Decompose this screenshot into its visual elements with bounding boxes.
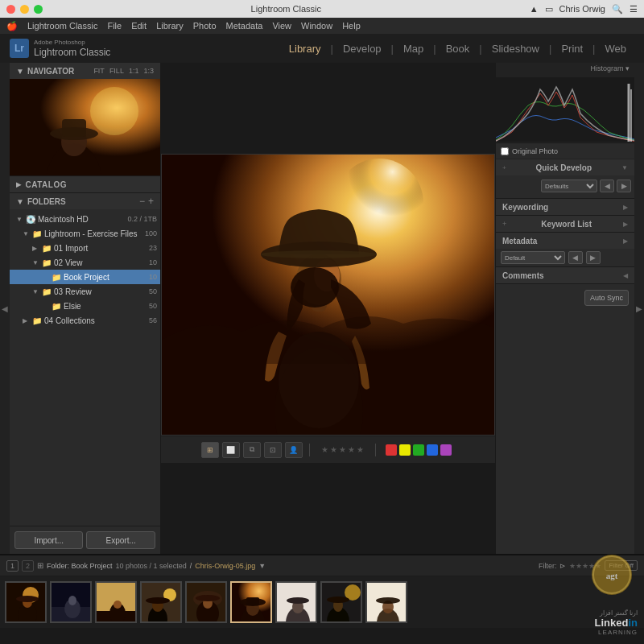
original-photo-row: Original Photo (496, 143, 634, 159)
folder-import[interactable]: ▶ 📁 01 Import 23 (10, 241, 160, 255)
center-toolbar: ⊞ ⬜ ⧉ ⊡ 👤 ★ ★ ★ ★ ★ (161, 436, 495, 463)
qd-right-btn[interactable]: ▶ (617, 180, 631, 192)
metadata-header[interactable]: Metadata ▶ (496, 233, 634, 249)
folders-plus[interactable]: + (148, 196, 154, 207)
filmstrip-thumb-4[interactable] (140, 581, 182, 623)
star-4[interactable]: ★ (348, 445, 355, 454)
quick-develop-collapse[interactable]: ▼ (621, 164, 628, 171)
label-red[interactable] (386, 444, 397, 456)
minimize-button[interactable] (20, 5, 29, 14)
filmstrip-thumb-7[interactable] (275, 581, 317, 623)
keywording-header[interactable]: Keywording ▶ (496, 199, 634, 215)
photo-name-arrow[interactable]: ▼ (258, 562, 266, 570)
menu-icon[interactable]: ☰ (630, 4, 638, 14)
zoom-1-3[interactable]: 1:3 (143, 67, 154, 75)
folder-name: Elsie (64, 302, 149, 311)
folders-header[interactable]: ▼ Folders − + (10, 193, 160, 209)
menu-photo[interactable]: Photo (193, 21, 217, 31)
grid-view-icon[interactable]: ⊞ (37, 561, 43, 570)
star-1[interactable]: ★ (321, 445, 328, 454)
histogram-title[interactable]: Histogram ▾ (590, 64, 630, 72)
metadata-preset-select[interactable]: Default (501, 251, 565, 264)
menu-edit[interactable]: Edit (131, 21, 147, 31)
folder-collections[interactable]: ▶ 📁 04 Collections 56 (10, 313, 160, 328)
folder-name: Book Project (64, 273, 149, 282)
folder-expand-arrow: ▶ (32, 245, 42, 252)
view-compare-btn[interactable]: ⧉ (243, 442, 261, 458)
label-green[interactable] (413, 444, 424, 456)
quick-develop-content: Defaults ◀ ▶ (496, 175, 634, 198)
left-panel-collapse[interactable]: ◀ (0, 63, 10, 554)
label-purple[interactable] (440, 444, 452, 456)
filter-icon[interactable]: ⊳ (559, 562, 566, 570)
star-5[interactable]: ★ (357, 445, 364, 454)
filmstrip-thumb-8[interactable] (320, 581, 362, 623)
filmstrip-thumb-9[interactable] (365, 581, 407, 623)
toolbar-divider (375, 444, 376, 456)
folders-minus[interactable]: − (139, 196, 145, 207)
maximize-button[interactable] (34, 5, 43, 14)
metadata-next-btn[interactable]: ▶ (586, 251, 601, 264)
filmstrip-thumb-6[interactable] (230, 581, 272, 623)
label-blue[interactable] (427, 444, 438, 456)
menu-apple[interactable]: 🍎 (6, 21, 18, 31)
close-button[interactable] (6, 5, 15, 14)
view-people-btn[interactable]: 👤 (285, 442, 303, 458)
star-3[interactable]: ★ (339, 445, 346, 454)
filmstrip-thumb-3[interactable] (95, 581, 137, 623)
star-rating: ★ ★ ★ ★ ★ (321, 445, 364, 454)
filmstrip-thumb-5[interactable] (185, 581, 227, 623)
view-loupe-btn[interactable]: ⬜ (222, 442, 240, 458)
view-grid-btn[interactable]: ⊞ (201, 442, 219, 458)
menu-app[interactable]: Lightroom Classic (27, 21, 97, 31)
tab-book[interactable]: Book (438, 34, 478, 63)
catalog-header[interactable]: ▶ Catalog (10, 176, 160, 192)
tab-develop[interactable]: Develop (335, 34, 390, 63)
folder-macintosh-hd[interactable]: ▼ 💽 Macintosh HD 0.2 / 1TB (10, 212, 160, 226)
quick-develop-header[interactable]: + Quick Develop ▼ (496, 159, 634, 175)
comments-header[interactable]: Comments ◀ (496, 267, 634, 283)
export-button[interactable]: Export... (86, 531, 155, 549)
zoom-1-1[interactable]: 1:1 (129, 67, 139, 75)
menu-window[interactable]: Window (301, 21, 332, 31)
qd-preset-select[interactable]: Defaults (541, 180, 597, 192)
folder-review[interactable]: ▼ 📁 03 Review 50 (10, 284, 160, 299)
view-num-1[interactable]: 1 (6, 560, 19, 572)
filmstrip-thumb-2[interactable] (50, 581, 92, 623)
window-title: Lightroom Classic (251, 4, 321, 14)
label-yellow[interactable] (399, 444, 411, 456)
view-survey-btn[interactable]: ⊡ (264, 442, 282, 458)
tab-print[interactable]: Print (553, 34, 591, 63)
tab-web[interactable]: Web (597, 34, 635, 63)
folder-view[interactable]: ▼ 📁 02 View 10 (10, 255, 160, 270)
folders-title-area: ▼ Folders (16, 197, 66, 206)
right-panel-collapse[interactable]: ▶ (634, 63, 644, 554)
metadata-prev-btn[interactable]: ◀ (568, 251, 583, 264)
tab-map[interactable]: Map (395, 34, 431, 63)
watermark-svg: agt (590, 553, 634, 597)
zoom-fill[interactable]: FILL (109, 67, 124, 75)
navigator-header[interactable]: ▼ Navigator FIT FILL 1:1 1:3 (10, 63, 160, 79)
menu-library[interactable]: Library (156, 21, 184, 31)
star-2[interactable]: ★ (330, 445, 337, 454)
catalog-title: Catalog (26, 180, 67, 189)
auto-sync-button[interactable]: Auto Sync (584, 290, 629, 306)
menu-metadata[interactable]: Metadata (226, 21, 263, 31)
search-icon[interactable]: 🔍 (612, 4, 623, 14)
keyword-list-header[interactable]: + Keyword List ▶ (496, 216, 634, 232)
folder-elsie[interactable]: 📁 Elsie 50 (10, 299, 160, 313)
tab-library[interactable]: Library (281, 34, 329, 63)
folder-lr-exercise[interactable]: ▼ 📁 Lightroom - Exercise Files 100 (10, 226, 160, 241)
original-photo-checkbox[interactable] (501, 147, 509, 155)
menu-file[interactable]: File (107, 21, 122, 31)
zoom-fit[interactable]: FIT (93, 67, 105, 75)
filmstrip-thumb-1[interactable] (5, 581, 47, 623)
import-button[interactable]: Import... (14, 531, 83, 549)
menu-view[interactable]: View (272, 21, 291, 31)
lr-logo-text: Adobe Photoshop Lightroom Classic (34, 39, 110, 58)
tab-slideshow[interactable]: Slideshow (484, 34, 547, 63)
qd-left-btn[interactable]: ◀ (600, 180, 614, 192)
menu-help[interactable]: Help (342, 21, 361, 31)
view-num-2[interactable]: 2 (22, 560, 34, 572)
folder-book-project[interactable]: 📁 Book Project 10 (10, 270, 160, 284)
